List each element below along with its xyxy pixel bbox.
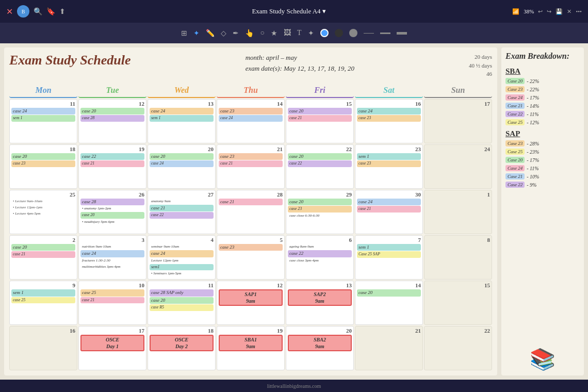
event-case24b: case 24	[150, 108, 214, 115]
sap-item-5: Case 21 - 10%	[505, 173, 580, 179]
cell-may7: 7 sem 1 Case 25 SAP	[355, 235, 423, 280]
cell-may22: 22	[424, 326, 492, 370]
more-icon[interactable]: •••	[576, 8, 582, 14]
cell-apr17: 17	[424, 99, 492, 143]
sidebar: Exam Breakdown: SBA Case 20 - 22% Case 2…	[501, 47, 584, 375]
close-button[interactable]: ✕	[6, 7, 13, 17]
event-case25sap: Case 25 SAP	[357, 251, 421, 257]
eraser-icon[interactable]: ◇	[221, 29, 226, 38]
color-gray[interactable]	[349, 29, 357, 37]
event-case28: case 28	[80, 115, 144, 121]
bluetooth-icon[interactable]: ✦	[193, 29, 200, 38]
cell-apr12: 12 case 20 case 28	[78, 99, 146, 143]
watermark: littlewallinbigdreams.com	[267, 383, 321, 389]
share-icon[interactable]: ⬆	[59, 7, 66, 16]
event-case28: case 28	[80, 199, 144, 206]
cal-row-3: 25 • Lecture 9am-10am • Lecture 12pm-1pm…	[9, 190, 492, 234]
redo-button[interactable]: ↪	[547, 8, 551, 15]
line-thick[interactable]	[397, 32, 407, 35]
event-lecture3: • Lecture 4pm-5pm	[11, 211, 75, 217]
cell-apr16: 16 case 24 case 23	[355, 99, 423, 143]
cal-row-5: 9 sem 1 case 25 10 case 25 case 21 11 ca…	[9, 281, 492, 325]
cell-apr30: 30 case 24 case 21	[355, 190, 423, 234]
calendar-header: Mon Tue Wed Thu Fri Sat Sun	[9, 84, 492, 98]
event-seminar: seminar 9am-10am	[150, 244, 214, 250]
undo-button[interactable]: ↩	[538, 8, 543, 15]
sap-item-4: Case 24 - 11%	[505, 165, 580, 171]
cell-may20: 20 SBA29am	[286, 326, 354, 370]
schedule-header: Exam Study Schedule month: april – may e…	[9, 53, 492, 78]
cell-may4: 4 seminar 9am-10am case 24 Lecture 12pm-…	[148, 235, 216, 280]
event-caseclose: case close 6:30-6:30	[288, 213, 352, 219]
event-case24f: case 24	[357, 199, 421, 206]
col-header-mon: Mon	[9, 84, 77, 98]
event-case22b: case 22	[288, 160, 352, 167]
event-case20j: case 20	[357, 289, 421, 297]
event-sap2: SAP29am	[288, 289, 352, 306]
event-fractures: fractures 1:30-2:30	[80, 258, 144, 264]
event-ageing: ageing 8am-9am	[288, 244, 352, 250]
days-info: 20 days40 ½ days46	[469, 53, 492, 78]
col-header-tue: Tue	[78, 84, 146, 98]
ipad-frame: ✕ B 🔍 🔖 ⬆ Exam Study Schedule A4 ▾ 📶 38%…	[0, 0, 588, 392]
event-lecture4: Lecture 12pm-1pm	[150, 258, 214, 264]
pencil-icon[interactable]: ✒	[233, 29, 239, 38]
sba-item-4: Case 21 - 14%	[505, 103, 580, 109]
bottom-bar: littlewallinbigdreams.com	[0, 380, 588, 392]
cell-may16: 16	[9, 326, 77, 370]
cell-apr19: 19 case 22 case 21	[78, 144, 146, 189]
cell-apr26: 26 case 28 • anatomy 1pm-2pm case 20 • n…	[78, 190, 146, 234]
pen-icon[interactable]: ✏️	[206, 29, 215, 38]
line-medium[interactable]	[380, 32, 390, 34]
sap-item-6: Case 22 - 9%	[505, 182, 580, 188]
event-nutrition: nutrition 9am-10am	[80, 244, 144, 250]
cell-may12: 12 SAP19am	[217, 281, 285, 325]
cell-apr24: 24	[424, 144, 492, 189]
col-header-wed: Wed	[148, 84, 216, 98]
select-icon[interactable]: 👆	[245, 29, 254, 38]
sidebar-title: Exam Breakdown:	[505, 52, 580, 61]
bookmark-icon[interactable]: 🔖	[46, 7, 55, 16]
event-sba1: SBA19am	[219, 335, 283, 351]
event-case20g: case 20	[288, 199, 352, 206]
event-case21c: case 21	[219, 160, 283, 167]
event-case24: case 24	[11, 108, 75, 115]
star-icon[interactable]: ★	[271, 29, 277, 38]
color-blue[interactable]	[320, 29, 329, 37]
event-case21f: case 21	[357, 206, 421, 212]
top-bar-left: ✕ B 🔍 🔖 ⬆	[6, 5, 66, 18]
text-icon[interactable]: T	[297, 29, 302, 37]
color-black[interactable]	[335, 29, 343, 37]
books-decoration: 📚	[505, 347, 580, 371]
event-case25b: case 25	[11, 297, 75, 303]
cal-row-2: 18 case 20 case 23 19 case 22 case 21 20…	[9, 144, 492, 189]
col-header-sun: Sun	[424, 84, 492, 98]
event-lecture2: • Lecture 12pm-1pm	[11, 205, 75, 210]
cell-may19: 19 SBA19am	[217, 326, 285, 370]
app-icon[interactable]: B	[17, 5, 29, 18]
event-sba2: SBA29am	[288, 335, 352, 351]
line-thin[interactable]	[364, 33, 374, 34]
event-case20f: case 20	[80, 212, 144, 218]
search-icon[interactable]: 🔍	[34, 7, 42, 16]
event-case20b: case 20	[288, 108, 352, 115]
event-anatomy1: • anatomy 1pm-2pm	[80, 206, 144, 211]
magic-icon[interactable]: ✦	[308, 29, 314, 38]
save-icon[interactable]: 💾	[556, 8, 563, 15]
schedule-title: Exam Study Schedule	[9, 53, 130, 68]
close-icon[interactable]: ✕	[567, 8, 571, 15]
grid-icon[interactable]: ⊞	[181, 29, 187, 38]
lasso-icon[interactable]: ○	[260, 29, 264, 37]
event-case24h: case 24	[150, 250, 214, 257]
cell-apr14: 14 case 23 case 24	[217, 99, 285, 143]
image-icon[interactable]: 🖼	[284, 29, 291, 37]
cell-may8: 8	[424, 235, 492, 280]
sba-item-2: Case 23 - 22%	[505, 86, 580, 92]
event-sem1f: sem 1	[11, 289, 75, 297]
top-bar-right: 📶 38% ↩ ↪ 💾 ✕ •••	[512, 8, 582, 15]
cell-may1: 1	[424, 190, 492, 234]
event-osce1: OSCEDay 1	[80, 335, 144, 351]
event-multimorbidities: multimorbidities 3pm-4pm	[80, 264, 144, 270]
event-caseclose2: case close 3pm-4pm	[288, 258, 352, 264]
wifi-icon: 📶	[512, 8, 519, 15]
